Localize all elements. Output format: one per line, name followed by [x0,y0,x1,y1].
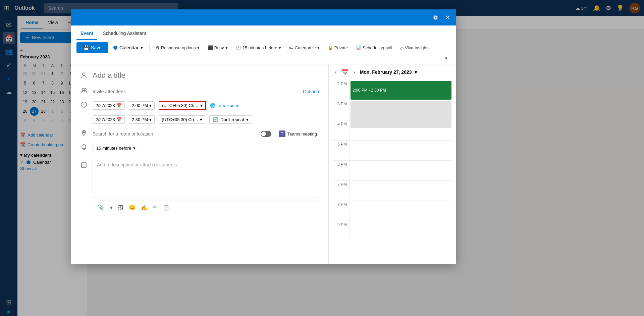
time-slot-4pm [350,120,452,140]
maximize-button[interactable]: ⧉ [431,13,440,22]
chevron-down-icon: ▾ [200,117,202,122]
event-toolbar: 💾 Save Calendar ▾ ⚙ Response options ▾ ⬛… [71,40,456,64]
time-row-4pm: 4 PM [333,120,452,140]
toggle-switch[interactable] [261,131,271,137]
close-button[interactable]: ✕ [443,13,452,22]
categorize-button[interactable]: 🏷 Categorize ▾ [286,44,323,52]
start-date-input[interactable]: 2/27/2023 📅 [93,101,125,110]
reminder-button[interactable]: 🕐 15 minutes before ▾ [232,44,284,52]
tab-event[interactable]: Event [76,27,97,40]
reminder-dropdown[interactable]: 15 minutes before ▾ [93,144,139,152]
time-label-6pm: 6 PM [333,161,350,167]
modal-header: ⧉ ✕ [71,9,456,25]
chevron-down-icon: ▾ [141,45,143,50]
preview-date-label[interactable]: Mon, February 27, 2023 [360,69,412,75]
end-time-dropdown[interactable]: 2:30 PM ▾ [129,115,155,124]
lock-icon: 🔒 [328,45,333,50]
optional-link[interactable]: Optional [303,89,320,94]
pen-button[interactable]: ✏ [152,204,159,211]
time-slot-2pm: 2:00 PM - 2:30 PM [350,80,452,100]
description-toolbar: 📎 ▾ 🖼 😊 ✍ ✏ 📋 [93,201,320,214]
new-event-modal: ⧉ ✕ Event Scheduling Assistant 💾 Save Ca… [71,9,456,264]
time-slot-3pm [350,100,452,120]
save-button[interactable]: 💾 Save [76,42,108,53]
calendar-icon: 📅 [116,117,122,122]
svg-point-0 [83,73,85,75]
forms-button[interactable]: 📋 [161,204,171,211]
tab-scheduling-assistant[interactable]: Scheduling Assistant [99,27,150,40]
description-placeholder: Add a description or attach documents [97,162,316,167]
collapse-toolbar-button[interactable]: ▾ [442,54,451,62]
image-button[interactable]: 🖼 [117,204,125,211]
chevron-down-icon: ▾ [149,103,152,108]
event-block[interactable]: 2:00 PM - 2:30 PM [351,81,451,100]
save-icon: 💾 [83,45,89,50]
time-slot-8pm [350,201,452,221]
viva-icon: ◇ [400,45,404,50]
description-icon [79,162,89,170]
chevron-down-icon: ▾ [200,103,203,108]
chevron-down-icon[interactable]: ▾ [415,69,417,75]
time-slot-9pm [350,221,452,241]
title-row [79,70,320,82]
scheduling-poll-button[interactable]: 📊 Scheduling poll [353,44,395,52]
end-timezone-dropdown[interactable]: (UTC+05:30) Chennai, K... ▾ [159,115,205,124]
event-form: Optional 2/27/2023 📅 2:00 PM ▾ [71,64,329,264]
emoji-button[interactable]: 😊 [127,204,137,211]
signature-button[interactable]: ✍ [140,204,149,211]
attendees-input[interactable] [93,89,299,94]
attach-button[interactable]: 📎 [97,204,106,211]
prev-day-button[interactable]: ‹ [333,68,338,76]
time-slot-6pm [350,161,452,180]
start-datetime-row: 2/27/2023 📅 2:00 PM ▾ (UTC+05:30) Chenna… [79,101,320,110]
next-day-button[interactable]: › [351,68,357,76]
busy-icon: ⬛ [208,45,213,50]
time-grid: 2 PM 2:00 PM - 2:30 PM 3 PM 4 [333,80,452,260]
chevron-down-icon: ▾ [317,45,320,50]
location-icon [79,130,89,138]
attendees-row: Optional [79,87,320,96]
end-date-input[interactable]: 2/27/2023 📅 [93,115,125,124]
calendar-selector[interactable]: Calendar ▾ [110,43,147,52]
location-row: T Teams meeting [79,129,320,139]
chevron-down-icon: ▾ [279,45,281,50]
reminder-row: 15 minutes before ▾ [79,144,320,152]
attach-dropdown-button[interactable]: ▾ [109,204,114,211]
time-zones-link[interactable]: 🌐 Time zones [210,103,239,108]
time-label-2pm: 2 PM [333,80,350,86]
event-title-input[interactable] [93,70,320,82]
time-row-8pm: 8 PM [333,201,452,221]
calendar-view-icon[interactable]: 📅 [341,68,348,76]
time-label-3pm: 3 PM [333,100,350,106]
private-button[interactable]: 🔒 Private [324,44,351,52]
response-icon: ⚙ [156,45,160,50]
chevron-down-icon: ▾ [149,117,152,122]
teams-meeting-button[interactable]: T Teams meeting [275,129,320,139]
cal-preview-header: ‹ 📅 › Mon, February 27, 2023 ▾ [333,68,452,76]
clock-icon: 🕐 [236,45,241,50]
reminder-icon [79,144,89,152]
poll-icon: 📊 [356,45,361,50]
teams-icon: T [279,130,285,137]
chevron-down-icon: ▾ [246,117,249,122]
svg-point-2 [84,89,86,91]
description-row: Add a description or attach documents 📎 … [79,158,320,214]
start-timezone-dropdown[interactable]: (UTC+05:30) Chennai, K... ▾ [159,101,206,110]
location-input[interactable] [93,131,257,137]
description-editor[interactable]: Add a description or attach documents [93,158,320,198]
start-time-dropdown[interactable]: 2:00 PM ▾ [129,101,155,110]
description-container: Add a description or attach documents 📎 … [93,158,320,214]
busy-button[interactable]: ⬛ Busy ▾ [204,44,231,52]
time-row-6pm: 6 PM [333,160,452,180]
viva-insights-button[interactable]: ◇ Viva Insights [397,44,433,52]
time-row-5pm: 5 PM [333,140,452,160]
response-options-button[interactable]: ⚙ Response options ▾ [152,44,203,52]
chevron-down-icon: ▾ [133,146,136,151]
more-options-button[interactable]: ... [434,44,445,52]
repeat-dropdown[interactable]: 🔄 Don't repeat ▾ [209,115,252,124]
title-icon [79,72,89,80]
modal-body: Optional 2/27/2023 📅 2:00 PM ▾ [71,64,456,264]
chevron-down-icon: ▾ [225,45,228,50]
time-row-7pm: 7 PM [333,180,452,201]
time-label-5pm: 5 PM [333,141,350,147]
